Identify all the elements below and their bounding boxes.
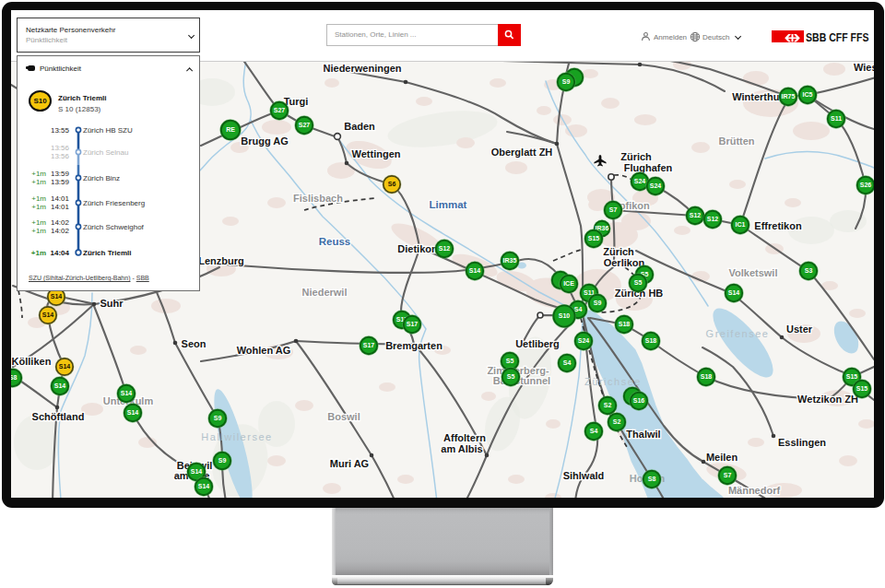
svg-text:Sihlwald: Sihlwald [563, 470, 605, 481]
svg-text:S18: S18 [619, 321, 631, 327]
svg-text:S14: S14 [42, 312, 54, 318]
svg-text:S17: S17 [363, 342, 375, 348]
svg-text:S9: S9 [218, 457, 227, 464]
svg-text:Wettingen: Wettingen [352, 148, 401, 159]
svg-text:Niederweningen: Niederweningen [324, 63, 402, 74]
svg-text:S5: S5 [506, 358, 514, 364]
svg-text:Hallwilersee: Hallwilersee [201, 431, 272, 442]
svg-text:S8: S8 [11, 374, 17, 381]
svg-text:S9: S9 [594, 300, 602, 306]
svg-text:Niederwil: Niederwil [302, 287, 348, 298]
svg-text:S15: S15 [846, 373, 858, 380]
svg-text:Oerlikon: Oerlikon [604, 257, 645, 268]
svg-text:Wohlen AG: Wohlen AG [237, 345, 291, 356]
svg-text:Zürich: Zürich [603, 246, 634, 257]
svg-text:S24: S24 [578, 337, 590, 344]
svg-text:S17: S17 [407, 321, 419, 327]
svg-text:Limmat: Limmat [430, 199, 467, 210]
svg-text:S14: S14 [54, 382, 66, 389]
svg-text:Lenzburg: Lenzburg [198, 255, 244, 266]
svg-text:S14: S14 [59, 363, 71, 370]
svg-text:S24: S24 [650, 182, 662, 189]
svg-text:Oberglatt ZH: Oberglatt ZH [491, 147, 553, 158]
svg-text:Muri AG: Muri AG [330, 458, 369, 469]
svg-text:Effretikon: Effretikon [754, 220, 802, 231]
svg-text:Bremgarten: Bremgarten [385, 340, 442, 351]
svg-text:Männedorf: Männedorf [728, 485, 781, 496]
svg-text:Volketswil: Volketswil [729, 267, 778, 278]
svg-text:IC5: IC5 [803, 91, 813, 98]
svg-text:Boswil: Boswil [327, 411, 360, 422]
svg-text:S4: S4 [590, 428, 598, 434]
svg-text:S12: S12 [439, 245, 451, 252]
svg-text:Fislisbach: Fislisbach [293, 193, 343, 204]
svg-text:S12: S12 [707, 216, 719, 222]
svg-text:S14: S14 [121, 390, 133, 396]
svg-text:S24: S24 [634, 178, 646, 184]
svg-text:am Albis: am Albis [441, 443, 482, 454]
svg-text:Wiesendangen: Wiesendangen [854, 62, 874, 73]
svg-text:S15: S15 [588, 235, 600, 241]
svg-text:Affoltern: Affoltern [443, 432, 486, 443]
svg-text:Greifensee: Greifensee [706, 328, 770, 339]
svg-text:IR75: IR75 [782, 93, 796, 100]
svg-text:S18: S18 [645, 337, 657, 344]
svg-text:S16: S16 [633, 397, 645, 404]
svg-text:Flughafen: Flughafen [624, 162, 673, 173]
svg-text:Baden: Baden [344, 121, 375, 132]
svg-text:S2: S2 [613, 418, 621, 425]
svg-text:S27: S27 [299, 122, 311, 128]
svg-text:Schöftland: Schöftland [32, 411, 85, 422]
svg-text:S14: S14 [469, 267, 481, 274]
svg-text:S9: S9 [214, 415, 222, 421]
svg-text:S26: S26 [860, 182, 872, 188]
svg-text:S12: S12 [690, 212, 702, 218]
svg-text:S5: S5 [634, 279, 643, 286]
svg-text:S15: S15 [856, 385, 868, 392]
svg-text:S11: S11 [831, 115, 842, 122]
svg-text:Kölliken: Kölliken [12, 356, 52, 367]
svg-text:S14: S14 [51, 293, 63, 300]
svg-text:Uetliberg: Uetliberg [515, 338, 560, 349]
svg-text:S14: S14 [198, 483, 210, 489]
svg-text:Dietikon: Dietikon [397, 243, 438, 254]
svg-text:Wetzikon ZH: Wetzikon ZH [797, 394, 858, 405]
svg-text:S5: S5 [507, 373, 515, 380]
svg-text:S7: S7 [609, 206, 618, 213]
svg-text:S8: S8 [648, 476, 656, 482]
svg-text:Reuss: Reuss [319, 236, 351, 247]
svg-text:Uster: Uster [786, 323, 813, 335]
svg-text:S14: S14 [127, 409, 139, 416]
svg-text:S6: S6 [388, 181, 396, 187]
svg-text:ICE: ICE [563, 280, 574, 287]
svg-text:Brütten: Brütten [718, 135, 754, 147]
svg-text:S10: S10 [559, 312, 571, 319]
svg-text:Seon: Seon [182, 338, 206, 349]
svg-text:S18: S18 [701, 373, 713, 380]
svg-text:S9: S9 [562, 78, 571, 85]
svg-text:S4: S4 [563, 359, 572, 366]
svg-text:RE: RE [226, 126, 235, 133]
svg-text:S14: S14 [728, 289, 740, 296]
svg-text:S27: S27 [274, 107, 286, 113]
svg-text:IR35: IR35 [503, 257, 517, 264]
svg-text:S7: S7 [724, 472, 732, 478]
svg-text:Zürich: Zürich [620, 151, 652, 162]
svg-text:Brugg AG: Brugg AG [241, 135, 289, 147]
svg-text:Winterthur: Winterthur [732, 91, 784, 102]
svg-text:S2: S2 [604, 402, 612, 408]
svg-text:Suhr: Suhr [100, 298, 124, 309]
svg-text:S14: S14 [191, 468, 203, 475]
svg-text:IC1: IC1 [736, 221, 746, 228]
svg-text:Esslingen: Esslingen [778, 437, 826, 448]
svg-text:Zürichsee: Zürichsee [584, 376, 642, 387]
svg-text:Thalwil: Thalwil [626, 429, 660, 440]
svg-text:S3: S3 [805, 267, 813, 274]
svg-text:Meilen: Meilen [706, 452, 738, 463]
